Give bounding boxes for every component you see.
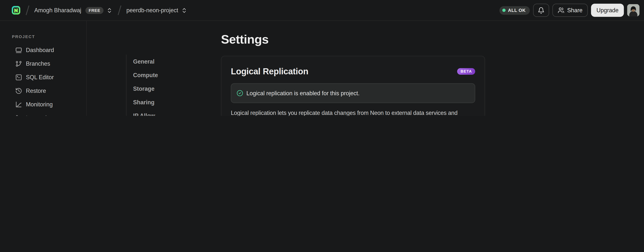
sidebar-item-dashboard[interactable]: Dashboard [12, 44, 74, 56]
sidebar-item-label: Monitoring [26, 101, 53, 108]
sidebar-item-label: Integrations [26, 114, 56, 116]
share-label: Share [567, 7, 582, 14]
share-button[interactable]: Share [552, 4, 588, 17]
sidebar: PROJECT Dashboard Branches SQL Editor [0, 21, 86, 116]
subnav-item-general[interactable]: General [126, 54, 186, 68]
sidebar-section-project: PROJECT [12, 34, 86, 39]
project-name: peerdb-neon-project [126, 7, 178, 14]
sidebar-item-label: Dashboard [26, 47, 54, 54]
breadcrumb-separator [118, 6, 121, 15]
sidebar-item-branches[interactable]: Branches [12, 58, 74, 70]
plan-badge: FREE [86, 7, 104, 14]
chevrons-up-down-icon [181, 7, 187, 14]
status-badge[interactable]: ALL OK [499, 6, 530, 15]
sidebar-item-label: Restore [26, 87, 46, 94]
neon-console: Amogh Bharadwaj FREE peerdb-neon-project… [0, 0, 644, 116]
project-breadcrumb[interactable]: peerdb-neon-project [126, 7, 187, 14]
sidebar-item-integrations[interactable]: Integrations [12, 112, 74, 116]
replication-enabled-alert: Logical replication is enabled for this … [231, 83, 475, 103]
settings-subnav: General Compute Storage Sharing IP Allow… [126, 54, 186, 116]
topbar-actions: ALL OK Share Upgrade [499, 4, 640, 17]
sidebar-item-sql-editor[interactable]: SQL Editor [12, 72, 74, 83]
integrations-icon [15, 114, 22, 116]
check-circle-icon [236, 90, 243, 96]
terminal-icon [15, 74, 22, 81]
subnav-item-ip-allow[interactable]: IP Allow [126, 109, 186, 116]
sidebar-item-monitoring[interactable]: Monitoring [12, 98, 74, 110]
upgrade-button[interactable]: Upgrade [591, 4, 624, 17]
chevrons-up-down-icon [106, 7, 112, 14]
org-breadcrumb[interactable]: Amogh Bharadwaj FREE [34, 7, 112, 14]
notifications-button[interactable] [533, 4, 549, 17]
sidebar-project-list: Dashboard Branches SQL Editor Restore [0, 44, 86, 116]
users-icon [558, 7, 564, 14]
subnav-item-storage[interactable]: Storage [126, 82, 186, 95]
neon-logo-icon[interactable] [12, 5, 20, 15]
page-title: Settings [221, 32, 485, 47]
topbar: Amogh Bharadwaj FREE peerdb-neon-project… [0, 0, 644, 21]
card-title: Logical Replication [231, 66, 308, 77]
subnav-item-sharing[interactable]: Sharing [126, 95, 186, 109]
avatar[interactable] [627, 4, 640, 16]
logical-replication-card: Logical Replication BETA Logical replica… [221, 56, 485, 116]
ok-dot-icon [502, 9, 505, 12]
dashboard-icon [15, 46, 22, 54]
card-header: Logical Replication BETA [231, 66, 475, 77]
chart-icon [15, 101, 22, 108]
beta-badge: BETA [457, 68, 475, 74]
org-name: Amogh Bharadwaj [34, 7, 81, 14]
history-icon [15, 87, 22, 94]
bell-icon [538, 7, 544, 14]
sidebar-item-restore[interactable]: Restore [12, 85, 74, 96]
main-content: Settings Logical Replication BETA Logica… [221, 32, 485, 116]
git-branch-icon [15, 60, 22, 67]
replication-description: Logical replication lets you replicate d… [231, 109, 475, 116]
breadcrumb-separator [26, 6, 29, 15]
subnav-item-compute[interactable]: Compute [126, 68, 186, 82]
sidebar-item-label: SQL Editor [26, 74, 54, 80]
alert-text: Logical replication is enabled for this … [246, 90, 360, 96]
sidebar-item-label: Branches [26, 60, 50, 67]
status-label: ALL OK [508, 8, 526, 13]
